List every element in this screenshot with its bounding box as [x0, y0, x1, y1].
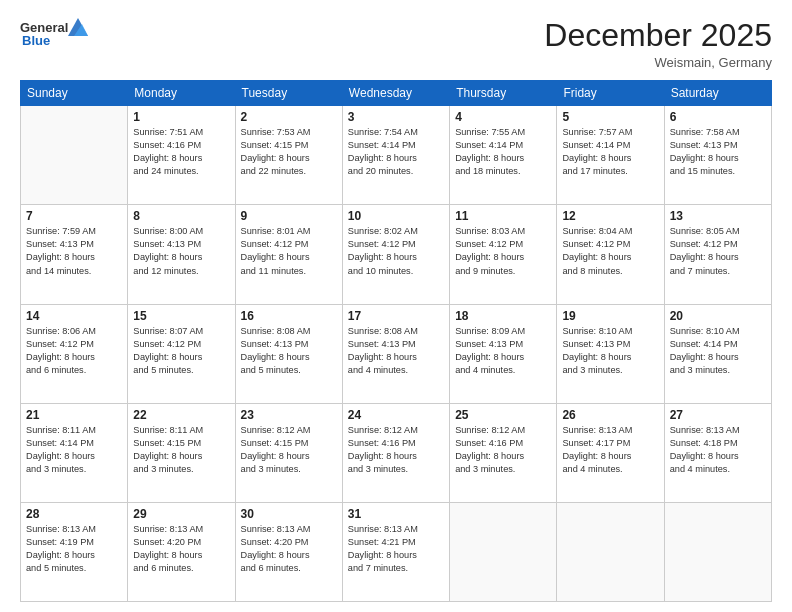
sunrise-info: Sunrise: 8:08 AM — [348, 325, 444, 338]
sunrise-info: Sunrise: 7:57 AM — [562, 126, 658, 139]
cell-info: Sunrise: 8:00 AMSunset: 4:13 PMDaylight:… — [133, 225, 229, 277]
cell-info: Sunrise: 8:13 AMSunset: 4:20 PMDaylight:… — [241, 523, 337, 575]
col-thursday: Thursday — [450, 81, 557, 106]
cell-detail: and 11 minutes. — [241, 265, 337, 278]
cell-info: Sunrise: 7:57 AMSunset: 4:14 PMDaylight:… — [562, 126, 658, 178]
day-number: 26 — [562, 408, 658, 422]
day-number: 21 — [26, 408, 122, 422]
col-monday: Monday — [128, 81, 235, 106]
cell-detail: and 3 minutes. — [348, 463, 444, 476]
day-number: 7 — [26, 209, 122, 223]
cell-detail: and 6 minutes. — [241, 562, 337, 575]
cell-detail: and 5 minutes. — [26, 562, 122, 575]
sunrise-info: Sunrise: 8:11 AM — [26, 424, 122, 437]
table-row: 30Sunrise: 8:13 AMSunset: 4:20 PMDayligh… — [235, 502, 342, 601]
cell-detail: and 18 minutes. — [455, 165, 551, 178]
cell-detail: and 10 minutes. — [348, 265, 444, 278]
table-row — [664, 502, 771, 601]
table-row: 7Sunrise: 7:59 AMSunset: 4:13 PMDaylight… — [21, 205, 128, 304]
cell-detail: and 6 minutes. — [133, 562, 229, 575]
day-number: 11 — [455, 209, 551, 223]
daylight-hours: Daylight: 8 hours — [348, 450, 444, 463]
cell-detail: and 20 minutes. — [348, 165, 444, 178]
sunset-info: Sunset: 4:20 PM — [133, 536, 229, 549]
sunrise-info: Sunrise: 8:12 AM — [241, 424, 337, 437]
table-row: 17Sunrise: 8:08 AMSunset: 4:13 PMDayligh… — [342, 304, 449, 403]
daylight-hours: Daylight: 8 hours — [348, 251, 444, 264]
sunrise-info: Sunrise: 7:55 AM — [455, 126, 551, 139]
cell-detail: and 14 minutes. — [26, 265, 122, 278]
location: Weismain, Germany — [544, 55, 772, 70]
daylight-hours: Daylight: 8 hours — [455, 351, 551, 364]
day-number: 30 — [241, 507, 337, 521]
sunset-info: Sunset: 4:13 PM — [133, 238, 229, 251]
sunset-info: Sunset: 4:18 PM — [670, 437, 766, 450]
table-row: 26Sunrise: 8:13 AMSunset: 4:17 PMDayligh… — [557, 403, 664, 502]
sunset-info: Sunset: 4:20 PM — [241, 536, 337, 549]
table-row: 12Sunrise: 8:04 AMSunset: 4:12 PMDayligh… — [557, 205, 664, 304]
day-number: 12 — [562, 209, 658, 223]
col-tuesday: Tuesday — [235, 81, 342, 106]
cell-detail: and 6 minutes. — [26, 364, 122, 377]
daylight-hours: Daylight: 8 hours — [241, 251, 337, 264]
daylight-hours: Daylight: 8 hours — [26, 351, 122, 364]
sunset-info: Sunset: 4:12 PM — [670, 238, 766, 251]
sunset-info: Sunset: 4:16 PM — [133, 139, 229, 152]
sunset-info: Sunset: 4:14 PM — [455, 139, 551, 152]
sunset-info: Sunset: 4:17 PM — [562, 437, 658, 450]
sunset-info: Sunset: 4:15 PM — [241, 437, 337, 450]
daylight-hours: Daylight: 8 hours — [133, 152, 229, 165]
sunrise-info: Sunrise: 8:00 AM — [133, 225, 229, 238]
table-row: 14Sunrise: 8:06 AMSunset: 4:12 PMDayligh… — [21, 304, 128, 403]
day-number: 6 — [670, 110, 766, 124]
cell-info: Sunrise: 8:13 AMSunset: 4:21 PMDaylight:… — [348, 523, 444, 575]
sunrise-info: Sunrise: 8:13 AM — [348, 523, 444, 536]
table-row: 8Sunrise: 8:00 AMSunset: 4:13 PMDaylight… — [128, 205, 235, 304]
cell-info: Sunrise: 8:11 AMSunset: 4:15 PMDaylight:… — [133, 424, 229, 476]
sunset-info: Sunset: 4:13 PM — [455, 338, 551, 351]
cell-info: Sunrise: 7:53 AMSunset: 4:15 PMDaylight:… — [241, 126, 337, 178]
day-number: 5 — [562, 110, 658, 124]
cell-detail: and 4 minutes. — [562, 463, 658, 476]
day-number: 16 — [241, 309, 337, 323]
day-number: 15 — [133, 309, 229, 323]
sunrise-info: Sunrise: 8:01 AM — [241, 225, 337, 238]
daylight-hours: Daylight: 8 hours — [562, 450, 658, 463]
page: General Blue December 2025 Weismain, Ger… — [0, 0, 792, 612]
sunrise-info: Sunrise: 8:03 AM — [455, 225, 551, 238]
daylight-hours: Daylight: 8 hours — [26, 549, 122, 562]
table-row: 3Sunrise: 7:54 AMSunset: 4:14 PMDaylight… — [342, 106, 449, 205]
table-row: 19Sunrise: 8:10 AMSunset: 4:13 PMDayligh… — [557, 304, 664, 403]
cell-detail: and 12 minutes. — [133, 265, 229, 278]
day-number: 28 — [26, 507, 122, 521]
daylight-hours: Daylight: 8 hours — [670, 152, 766, 165]
cell-detail: and 3 minutes. — [26, 463, 122, 476]
sunrise-info: Sunrise: 8:13 AM — [133, 523, 229, 536]
table-row: 22Sunrise: 8:11 AMSunset: 4:15 PMDayligh… — [128, 403, 235, 502]
table-row: 31Sunrise: 8:13 AMSunset: 4:21 PMDayligh… — [342, 502, 449, 601]
cell-detail: and 3 minutes. — [455, 463, 551, 476]
sunset-info: Sunset: 4:13 PM — [348, 338, 444, 351]
sunset-info: Sunset: 4:12 PM — [241, 238, 337, 251]
cell-detail: and 9 minutes. — [455, 265, 551, 278]
sunset-info: Sunset: 4:14 PM — [26, 437, 122, 450]
daylight-hours: Daylight: 8 hours — [133, 450, 229, 463]
daylight-hours: Daylight: 8 hours — [670, 351, 766, 364]
day-number: 1 — [133, 110, 229, 124]
cell-info: Sunrise: 7:58 AMSunset: 4:13 PMDaylight:… — [670, 126, 766, 178]
title-block: December 2025 Weismain, Germany — [544, 18, 772, 70]
cell-detail: and 17 minutes. — [562, 165, 658, 178]
table-row: 25Sunrise: 8:12 AMSunset: 4:16 PMDayligh… — [450, 403, 557, 502]
table-row — [450, 502, 557, 601]
cell-info: Sunrise: 8:08 AMSunset: 4:13 PMDaylight:… — [348, 325, 444, 377]
sunrise-info: Sunrise: 7:54 AM — [348, 126, 444, 139]
cell-detail: and 7 minutes. — [670, 265, 766, 278]
sunrise-info: Sunrise: 8:06 AM — [26, 325, 122, 338]
sunset-info: Sunset: 4:12 PM — [348, 238, 444, 251]
cell-info: Sunrise: 8:12 AMSunset: 4:16 PMDaylight:… — [455, 424, 551, 476]
cell-detail: and 5 minutes. — [241, 364, 337, 377]
sunrise-info: Sunrise: 8:13 AM — [241, 523, 337, 536]
day-number: 31 — [348, 507, 444, 521]
day-number: 19 — [562, 309, 658, 323]
day-number: 8 — [133, 209, 229, 223]
